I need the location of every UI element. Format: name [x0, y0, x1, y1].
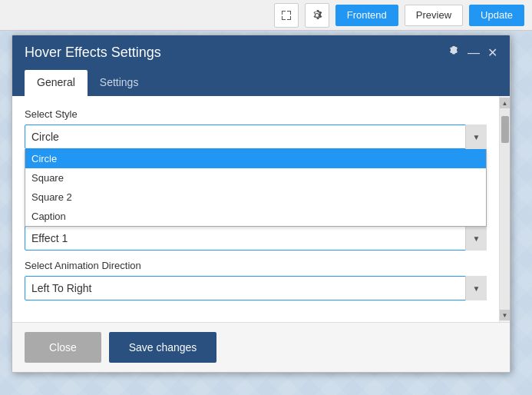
scroll-thumb[interactable]: [501, 116, 509, 143]
modal-title: Hover Effects Settings: [25, 45, 161, 61]
expand-icon-button[interactable]: [274, 3, 299, 28]
select-effect-dropdown[interactable]: Effect 1: [25, 226, 487, 251]
settings-icon-button[interactable]: [305, 3, 329, 28]
right-scrollbar: ▲ ▼: [499, 96, 510, 322]
tab-general[interactable]: General: [25, 70, 88, 96]
expand-icon: [280, 9, 292, 22]
dropdown-item-circle[interactable]: Circle: [25, 149, 486, 168]
svg-rect-3: [290, 11, 291, 15]
animation-section: Select Animation Direction Left To Right…: [25, 260, 487, 300]
dropdown-item-square2[interactable]: Square 2: [25, 188, 486, 207]
style-dropdown-open: Circle Square Square 2 Caption: [25, 149, 487, 227]
form-body: Select Style Circle Square Square 2 Capt…: [12, 96, 499, 322]
top-toolbar: Frontend Preview Update: [0, 0, 532, 31]
select-animation-wrapper: Left To Right Right To Left Top To Botto…: [25, 276, 487, 300]
svg-rect-1: [282, 11, 283, 15]
modal-header-icons: — ✕: [448, 45, 497, 61]
update-button[interactable]: Update: [469, 5, 524, 26]
dropdown-item-caption[interactable]: Caption: [25, 207, 486, 226]
select-style-dropdown[interactable]: Circle Square Square 2 Caption: [25, 124, 487, 149]
select-style-wrapper: Circle Square Square 2 Caption ▼ Circle …: [25, 124, 487, 149]
modal-footer: Close Save changes: [12, 322, 510, 372]
save-button[interactable]: Save changes: [109, 332, 216, 363]
hover-effects-modal: Hover Effects Settings — ✕ General Setti…: [12, 35, 511, 373]
modal-settings-icon[interactable]: [448, 45, 460, 61]
close-button[interactable]: Close: [25, 332, 101, 363]
content-area: Select Style Circle Square Square 2 Capt…: [12, 96, 499, 322]
modal-content: Select Style Circle Square Square 2 Capt…: [12, 96, 510, 322]
scroll-track: [500, 108, 510, 310]
modal-minimize-icon[interactable]: —: [468, 46, 480, 60]
gear-icon: [311, 9, 323, 22]
scroll-down-arrow[interactable]: ▼: [500, 310, 511, 320]
tab-settings[interactable]: Settings: [88, 70, 151, 96]
select-animation-dropdown[interactable]: Left To Right Right To Left Top To Botto…: [25, 276, 487, 300]
modal-close-icon[interactable]: ✕: [487, 45, 497, 60]
select-style-label: Select Style: [25, 108, 487, 120]
modal-tabs: General Settings: [12, 70, 510, 96]
scroll-up-arrow[interactable]: ▲: [500, 98, 511, 108]
preview-button[interactable]: Preview: [405, 5, 463, 26]
svg-rect-5: [282, 16, 283, 20]
modal-header: Hover Effects Settings — ✕: [12, 35, 510, 70]
select-effect-wrapper: Effect 1 ▼: [25, 226, 487, 251]
dropdown-item-square[interactable]: Square: [25, 168, 486, 188]
frontend-button[interactable]: Frontend: [335, 5, 398, 26]
animation-direction-label: Select Animation Direction: [25, 260, 487, 271]
svg-rect-7: [290, 16, 291, 20]
